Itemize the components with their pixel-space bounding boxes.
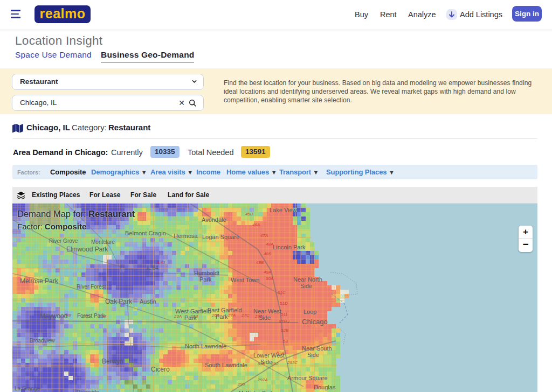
- svg-text:Humboldt: Humboldt: [194, 270, 219, 276]
- svg-text:Avondale: Avondale: [202, 216, 226, 223]
- svg-text:27C: 27C: [241, 313, 250, 318]
- svg-text:27A: 27A: [227, 313, 236, 318]
- svg-text:23A: 23A: [174, 314, 182, 319]
- svg-text:Elmwood Park: Elmwood Park: [66, 246, 108, 253]
- svg-text:53A: 53A: [277, 351, 284, 355]
- svg-text:Melrose Park: Melrose Park: [20, 277, 59, 285]
- svg-text:River Grove: River Grove: [49, 238, 78, 244]
- svg-text:288: 288: [63, 313, 71, 318]
- svg-text:Park: Park: [199, 276, 212, 283]
- svg-text:5TH-I: 5TH-I: [279, 319, 290, 324]
- svg-text:48B: 48B: [256, 260, 264, 265]
- svg-text:511: 511: [281, 312, 288, 317]
- svg-text:51C: 51C: [278, 290, 286, 295]
- svg-text:North Lawndale: North Lawndale: [185, 343, 226, 349]
- svg-text:Near North: Near North: [293, 276, 322, 283]
- svg-text:53B: 53B: [258, 361, 266, 366]
- svg-text:26A: 26A: [211, 313, 219, 318]
- svg-text:La Grange: La Grange: [15, 386, 40, 391]
- svg-text:27A: 27A: [254, 314, 263, 319]
- svg-text:293C: 293C: [287, 360, 298, 365]
- svg-text:45B: 45B: [245, 212, 253, 216]
- svg-text:Chicago: Chicago: [302, 318, 328, 326]
- svg-text:290: 290: [237, 382, 245, 387]
- svg-text:West Town: West Town: [231, 277, 259, 283]
- svg-text:292A: 292A: [257, 377, 268, 382]
- svg-text:49A: 49A: [264, 270, 271, 275]
- svg-text:Side: Side: [300, 283, 312, 289]
- svg-text:South Lawndale: South Lawndale: [205, 362, 247, 368]
- svg-text:292: 292: [271, 361, 279, 366]
- svg-text:River Forest: River Forest: [77, 284, 106, 290]
- svg-text:Oak Park: Oak Park: [105, 298, 133, 305]
- svg-text:IL 64: IL 64: [147, 265, 158, 271]
- svg-text:50A: 50A: [266, 276, 273, 281]
- svg-text:47A: 47A: [260, 233, 268, 238]
- svg-text:Berwyn: Berwyn: [102, 358, 123, 365]
- svg-text:Armour Square: Armour Square: [287, 375, 328, 381]
- svg-text:21A: 21A: [98, 314, 106, 319]
- svg-text:IL43: IL43: [157, 260, 165, 265]
- svg-text:Lincoln Park: Lincoln Park: [273, 244, 306, 250]
- svg-text:270: 270: [82, 314, 90, 319]
- svg-text:53: 53: [283, 339, 288, 344]
- svg-text:Loop: Loop: [303, 309, 316, 315]
- svg-text:Cicero: Cicero: [151, 366, 170, 373]
- svg-text:48A: 48A: [266, 242, 273, 247]
- svg-text:Broadview: Broadview: [30, 338, 55, 344]
- svg-text:Douglas: Douglas: [314, 384, 336, 390]
- svg-text:Near South: Near South: [302, 345, 332, 352]
- svg-text:Belmont Cragin: Belmont Cragin: [125, 230, 166, 236]
- svg-text:Montclare: Montclare: [91, 239, 115, 245]
- svg-text:52B: 52B: [281, 328, 289, 333]
- svg-text:23B: 23B: [190, 314, 198, 319]
- svg-text:46A: 46A: [252, 222, 260, 227]
- svg-text:Side: Side: [307, 352, 319, 358]
- svg-text:48B: 48B: [264, 251, 272, 256]
- svg-text:Hermosa: Hermosa: [174, 233, 198, 239]
- svg-text:Austin: Austin: [140, 298, 156, 305]
- svg-text:Lake View: Lake View: [270, 207, 297, 213]
- svg-text:Logan Square: Logan Square: [202, 234, 239, 240]
- svg-text:Riverside: Riverside: [77, 389, 99, 392]
- svg-text:51D: 51D: [280, 301, 288, 306]
